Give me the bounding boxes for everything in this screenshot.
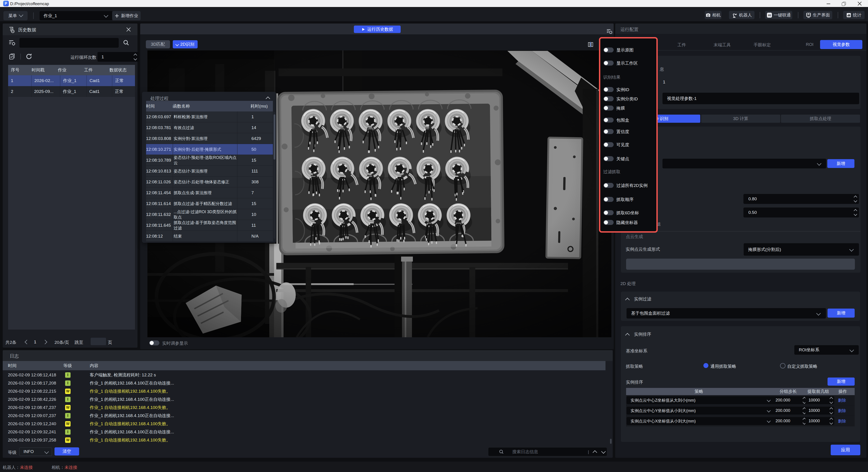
svg-text:AI: AI xyxy=(768,13,771,17)
